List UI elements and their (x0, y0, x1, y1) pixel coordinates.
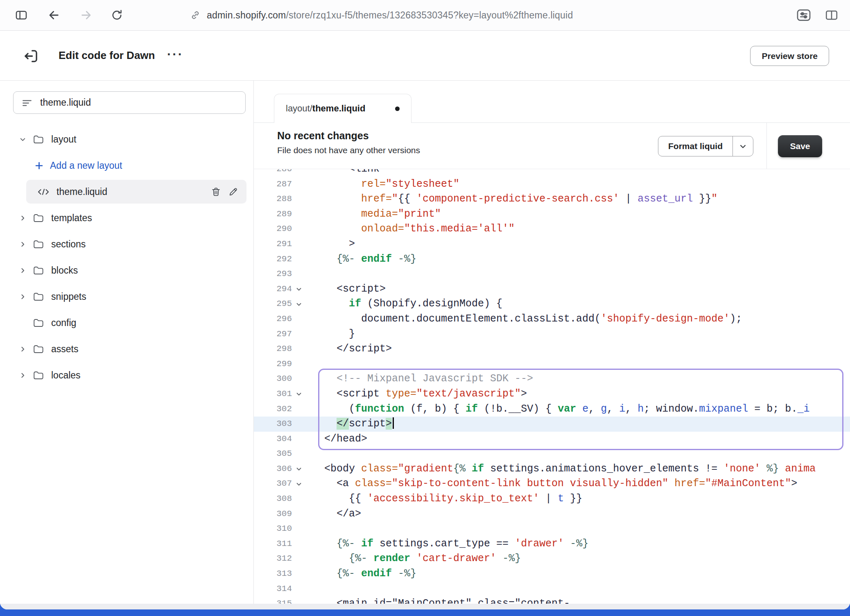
code-text[interactable]: </head> (306, 432, 850, 447)
code-line-295[interactable]: 295 if (Shopify.designMode) { (254, 297, 850, 312)
sidebar-folder-layout[interactable]: layout (0, 126, 253, 152)
code-text[interactable] (306, 357, 850, 372)
chevron-down-icon[interactable] (19, 136, 26, 143)
code-text[interactable]: if (Shopify.designMode) { (306, 297, 850, 312)
more-actions-button[interactable]: ··· (167, 47, 183, 62)
search-input[interactable] (40, 97, 237, 108)
code-text[interactable]: } (306, 327, 850, 342)
code-line-304[interactable]: 304 </head> (254, 432, 850, 447)
code-line-298[interactable]: 298 </script> (254, 342, 850, 357)
code-text[interactable] (306, 521, 850, 537)
code-line-315[interactable]: 315 <main id="MainContent" class="conten… (254, 596, 850, 604)
code-text[interactable]: {%- render 'cart-drawer' -%} (306, 551, 850, 566)
chevron-right-icon[interactable] (19, 346, 26, 353)
sidebar-action-add-a-new-layout[interactable]: Add a new layout (0, 152, 253, 179)
code-text[interactable]: {%- if settings.cart_type == 'drawer' -%… (306, 537, 850, 552)
code-line-313[interactable]: 313 {%- endif -%} (254, 566, 850, 582)
code-text[interactable]: {{ 'accessibility.skip_to_text' | t }} (306, 491, 850, 507)
code-text[interactable] (306, 446, 850, 462)
chevron-right-icon[interactable] (19, 372, 26, 379)
code-line-302[interactable]: 302 (function (f, b) { if (!b.__SV) { va… (254, 402, 850, 417)
fold-chevron-icon[interactable] (292, 282, 306, 297)
code-text[interactable]: <script type="text/javascript"> (306, 387, 850, 402)
code-text[interactable]: {%- endif -%} (306, 566, 850, 582)
code-text[interactable]: onload="this.media='all'" (306, 222, 850, 237)
code-line-288[interactable]: 288 href="{{ 'component-predictive-searc… (254, 192, 850, 207)
code-text[interactable]: </a> (306, 507, 850, 522)
code-line-301[interactable]: 301 <script type="text/javascript"> (254, 387, 850, 402)
code-line-287[interactable]: 287 rel="stylesheet" (254, 177, 850, 192)
sidebar-file-theme-liquid[interactable]: theme.liquid (26, 180, 246, 204)
chevron-down-icon[interactable] (732, 136, 753, 156)
fold-chevron-icon[interactable] (292, 297, 306, 312)
url-bar[interactable]: admin.shopify.com/store/rzq1xu-f5/themes… (190, 0, 573, 30)
code-lines[interactable]: 286 <link287 rel="stylesheet"288 href="{… (254, 169, 850, 604)
code-text[interactable]: media="print" (306, 207, 850, 222)
code-text[interactable]: <!-- Mixpanel Javascript SDK --> (306, 371, 850, 387)
code-line-300[interactable]: 300 <!-- Mixpanel Javascript SDK --> (254, 371, 850, 387)
code-text[interactable]: </script> (306, 417, 850, 432)
sidebar-toggle-icon[interactable] (15, 9, 28, 22)
code-line-290[interactable]: 290 onload="this.media='all'" (254, 222, 850, 237)
code-line-307[interactable]: 307 <a class="skip-to-content-link butto… (254, 476, 850, 491)
exit-editor-icon[interactable] (21, 46, 41, 66)
code-text[interactable]: (function (f, b) { if (!b.__SV) { var e,… (306, 402, 850, 417)
code-line-303[interactable]: 303 </script> (254, 417, 850, 432)
code-text[interactable]: <main id="MainContent" class="content- (306, 596, 850, 604)
forward-icon[interactable] (79, 9, 93, 22)
chevron-right-icon[interactable] (19, 241, 26, 248)
format-liquid-button[interactable]: Format liquid (658, 136, 753, 156)
code-line-314[interactable]: 314 (254, 582, 850, 597)
sidebar-folder-locales[interactable]: locales (0, 362, 253, 388)
code-line-289[interactable]: 289 media="print" (254, 207, 850, 222)
file-search-box[interactable] (13, 91, 246, 114)
sidebar-folder-assets[interactable]: assets (0, 336, 253, 362)
rename-file-icon[interactable] (228, 187, 238, 197)
chevron-right-icon[interactable] (19, 267, 26, 274)
split-view-icon[interactable] (825, 8, 839, 22)
code-text[interactable]: > (306, 237, 850, 252)
code-editor[interactable]: 286 <link287 rel="stylesheet"288 href="{… (254, 169, 850, 604)
browser-settings-icon[interactable] (795, 7, 812, 23)
code-line-293[interactable]: 293 (254, 267, 850, 282)
code-line-299[interactable]: 299 (254, 357, 850, 372)
code-text[interactable]: </script> (306, 342, 850, 357)
code-line-306[interactable]: 306 <body class="gradient{% if settings.… (254, 462, 850, 477)
code-text[interactable]: <a class="skip-to-content-link button vi… (306, 476, 850, 491)
sidebar-folder-blocks[interactable]: blocks (0, 257, 253, 283)
code-line-296[interactable]: 296 document.documentElement.classList.a… (254, 312, 850, 327)
code-text[interactable]: <body class="gradient{% if settings.anim… (306, 462, 850, 477)
fold-chevron-icon[interactable] (292, 387, 306, 402)
code-text[interactable]: <link (306, 169, 850, 177)
delete-file-icon[interactable] (211, 187, 221, 197)
sidebar-folder-sections[interactable]: sections (0, 231, 253, 257)
code-line-297[interactable]: 297 } (254, 327, 850, 342)
sidebar-folder-snippets[interactable]: snippets (0, 283, 253, 310)
chevron-right-icon[interactable] (19, 293, 26, 300)
code-line-294[interactable]: 294 <script> (254, 282, 850, 297)
code-line-310[interactable]: 310 (254, 521, 850, 537)
code-line-309[interactable]: 309 </a> (254, 507, 850, 522)
code-line-286[interactable]: 286 <link (254, 169, 850, 177)
code-line-305[interactable]: 305 (254, 446, 850, 462)
code-text[interactable]: rel="stylesheet" (306, 177, 850, 192)
back-icon[interactable] (47, 9, 61, 22)
code-text[interactable]: document.documentElement.classList.add('… (306, 312, 850, 327)
code-text[interactable] (306, 267, 850, 282)
code-line-311[interactable]: 311 {%- if settings.cart_type == 'drawer… (254, 537, 850, 552)
fold-chevron-icon[interactable] (292, 476, 306, 491)
code-text[interactable]: <script> (306, 282, 850, 297)
code-line-292[interactable]: 292 {%- endif -%} (254, 252, 850, 267)
fold-chevron-icon[interactable] (292, 462, 306, 477)
reload-icon[interactable] (111, 9, 123, 22)
preview-store-button[interactable]: Preview store (750, 46, 829, 66)
tab-layout-theme-liquid[interactable]: layout/theme.liquid (274, 94, 411, 123)
code-text[interactable]: href="{{ 'component-predictive-search.cs… (306, 192, 850, 207)
code-text[interactable] (306, 582, 850, 597)
sidebar-folder-templates[interactable]: templates (0, 205, 253, 231)
code-line-291[interactable]: 291 > (254, 237, 850, 252)
code-line-308[interactable]: 308 {{ 'accessibility.skip_to_text' | t … (254, 491, 850, 507)
chevron-right-icon[interactable] (19, 215, 26, 222)
sidebar-folder-config[interactable]: config (0, 310, 253, 336)
code-text[interactable]: {%- endif -%} (306, 252, 850, 267)
